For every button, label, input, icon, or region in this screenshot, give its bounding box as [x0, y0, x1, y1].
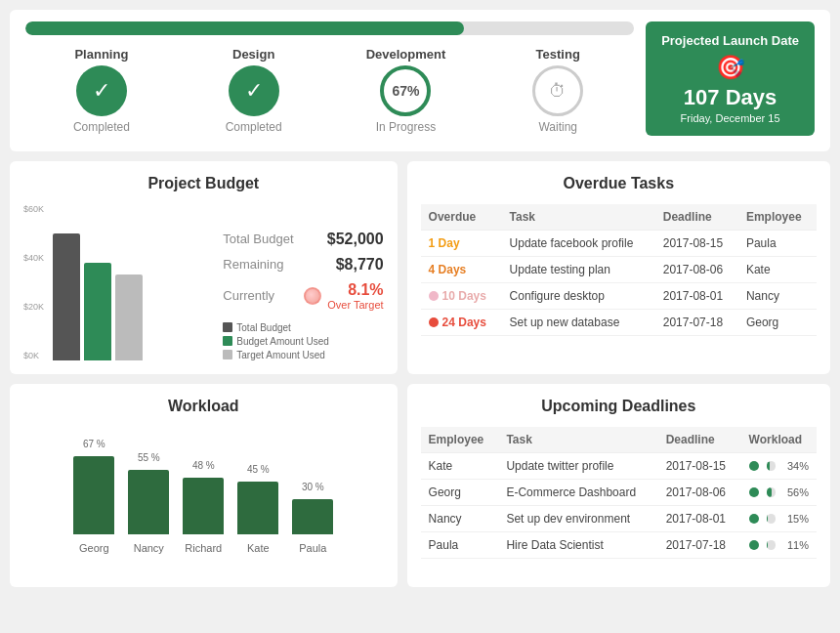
upcoming-deadline: 2017-08-01	[658, 505, 741, 531]
col-task: Task	[502, 204, 655, 231]
legend-label-target: Target Amount Used	[236, 350, 325, 360]
stat-total-value: $52,000	[327, 231, 384, 248]
overdue-task: Set up new database	[502, 309, 655, 335]
overdue-task: Update facebook profile	[502, 230, 655, 256]
budget-card: Project Budget $60K $40K $20K $0K	[10, 161, 398, 374]
workload-bar-group: 55 % Nancy	[128, 452, 169, 554]
overdue-table: Overdue Task Deadline Employee 1 DayUpda…	[421, 204, 817, 336]
dashboard: Planning ✓ Completed Design ✓ Completed …	[10, 10, 830, 587]
stage-development-label: In Progress	[376, 120, 436, 134]
workload-pct: 67 %	[83, 439, 105, 449]
workload-bar-group: 48 % Richard	[183, 460, 224, 554]
budget-legend: Total Budget Budget Amount Used Target A…	[223, 322, 383, 360]
workload-pct-text: 15%	[781, 513, 809, 525]
upcoming-employee: Kate	[421, 452, 499, 479]
overdue-deadline: 2017-08-06	[655, 256, 738, 282]
workload-title: Workload	[23, 398, 384, 415]
overdue-tasks-card: Overdue Tasks Overdue Task Deadline Empl…	[407, 161, 830, 374]
overdue-days: 4 Days	[421, 256, 502, 282]
legend-dot-target	[223, 350, 232, 359]
overdue-employee: Nancy	[738, 282, 817, 309]
overdue-deadline: 2017-08-01	[655, 282, 738, 309]
stage-testing-icon: ⏱	[532, 65, 583, 116]
projected-launch-icon: 🎯	[716, 54, 745, 81]
workload-card: Workload 67 % Georg 55 % Nancy 48 % Rich…	[10, 384, 398, 587]
legend-label-used: Budget Amount Used	[236, 336, 329, 347]
workload-dot	[749, 540, 759, 550]
upcoming-deadline: 2017-08-06	[658, 479, 741, 505]
overdue-row: 10 DaysConfigure desktop2017-08-01Nancy	[421, 282, 817, 309]
projected-launch-title: Projected Launch Date	[661, 33, 799, 50]
upcoming-header-row: Employee Task Deadline Workload	[421, 427, 817, 453]
stages: Planning ✓ Completed Design ✓ Completed …	[25, 47, 634, 134]
workload-pct-text: 34%	[781, 460, 809, 472]
upcoming-workload: 34%	[741, 452, 817, 479]
workload-bar	[237, 482, 278, 534]
legend-label-total: Total Budget	[236, 322, 291, 333]
overall-progress-bar	[25, 21, 634, 35]
workload-progress-fill	[767, 540, 768, 550]
workload-name: Paula	[299, 542, 326, 554]
workload-pct: 55 %	[138, 452, 160, 463]
bar-total	[53, 233, 80, 360]
overdue-days: 10 Days	[421, 282, 502, 309]
upcoming-deadlines-card: Upcoming Deadlines Employee Task Deadlin…	[407, 384, 830, 587]
workload-progress-fill	[767, 487, 772, 497]
legend-dot-used	[223, 336, 232, 346]
projected-launch-days: 107 Days	[684, 85, 777, 110]
stat-total-label: Total Budget	[223, 232, 293, 246]
stat-currently: Currently 8.1% Over Target	[223, 281, 383, 311]
overdue-employee: Kate	[738, 256, 817, 282]
workload-pct: 45 %	[247, 464, 270, 475]
stage-design-icon: ✓	[229, 65, 279, 116]
workload-progress-fill	[767, 514, 768, 524]
budget-content: $60K $40K $20K $0K Total Budget	[23, 204, 384, 360]
stat-remaining-label: Remaining	[223, 257, 283, 272]
workload-bar	[73, 456, 114, 534]
workload-bar	[183, 478, 224, 534]
workload-bar-group: 67 % Georg	[73, 439, 114, 554]
stage-planning-title: Planning	[74, 47, 128, 62]
workload-bar-group: 45 % Kate	[237, 464, 278, 554]
projected-launch-date: Friday, December 15	[681, 112, 780, 124]
overdue-days: 24 Days	[421, 309, 502, 335]
overdue-row: 1 DayUpdate facebook profile2017-08-15Pa…	[421, 230, 817, 256]
bar-used	[84, 263, 111, 360]
stage-design: Design ✓ Completed	[195, 47, 313, 134]
overdue-row: 4 DaysUpdate testing plan2017-08-06Kate	[421, 256, 817, 282]
col-employee: Employee	[738, 204, 817, 231]
upcoming-title: Upcoming Deadlines	[421, 398, 817, 415]
budget-y-labels: $60K $40K $20K $0K	[23, 204, 44, 360]
stat-currently-value: 8.1%	[348, 281, 383, 299]
legend-dot-total	[223, 322, 232, 332]
overdue-deadline: 2017-07-18	[655, 309, 738, 335]
upcoming-deadline: 2017-07-18	[658, 531, 741, 558]
upcoming-col-task: Task	[498, 427, 657, 453]
workload-chart: 67 % Georg 55 % Nancy 48 % Richard 45 % …	[23, 427, 384, 573]
workload-bar-group: 30 % Paula	[292, 482, 333, 554]
progress-bar-fill	[25, 21, 464, 35]
stat-remaining: Remaining $8,770	[223, 256, 383, 274]
upcoming-col-employee: Employee	[421, 427, 499, 453]
legend-used: Budget Amount Used	[223, 336, 383, 347]
currently-indicator: 8.1% Over Target	[304, 281, 383, 311]
upcoming-employee: Georg	[421, 479, 499, 505]
budget-chart: $60K $40K $20K $0K	[23, 204, 213, 360]
budget-right: Total Budget $52,000 Remaining $8,770 Cu…	[223, 231, 383, 360]
upcoming-employee: Paula	[421, 531, 499, 558]
workload-pct: 48 %	[192, 460, 215, 471]
stage-design-label: Completed	[226, 120, 282, 134]
overdue-employee: Georg	[738, 309, 817, 335]
progress-section: Planning ✓ Completed Design ✓ Completed …	[25, 21, 634, 136]
overdue-title: Overdue Tasks	[421, 175, 817, 192]
overdue-header-row: Overdue Task Deadline Employee	[421, 204, 817, 231]
workload-name: Georg	[79, 542, 109, 554]
col-deadline: Deadline	[655, 204, 738, 231]
upcoming-row: PaulaHire Data Scientist2017-07-18 11%	[421, 531, 817, 558]
y-label-0k: $0K	[23, 351, 44, 360]
legend-total: Total Budget	[223, 322, 383, 333]
workload-bar	[292, 499, 333, 534]
workload-name: Nancy	[134, 542, 164, 554]
workload-progress-bar	[767, 487, 776, 497]
workload-dot	[749, 514, 759, 524]
